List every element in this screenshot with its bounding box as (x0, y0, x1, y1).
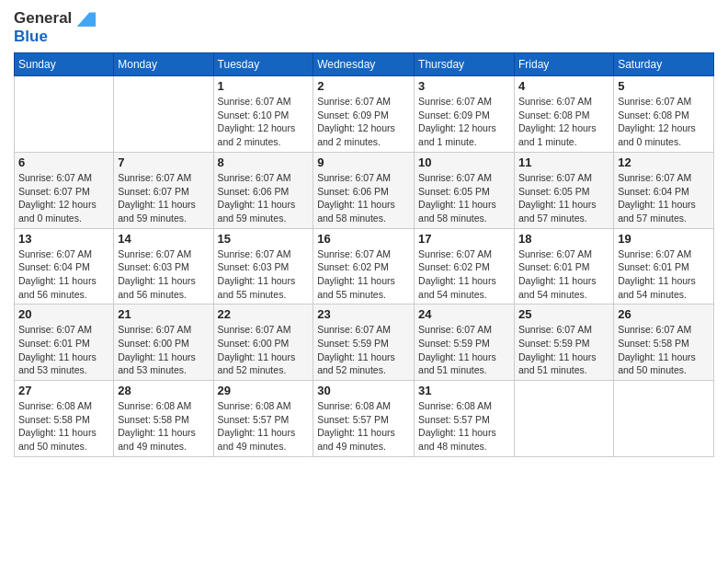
calendar-cell: 10Sunrise: 6:07 AM Sunset: 6:05 PM Dayli… (415, 152, 515, 228)
day-number: 29 (218, 384, 310, 397)
calendar-cell: 25Sunrise: 6:07 AM Sunset: 5:59 PM Dayli… (514, 304, 613, 381)
day-number: 9 (317, 155, 410, 169)
day-number: 10 (418, 155, 510, 169)
weekday-header-saturday: Saturday (614, 53, 714, 76)
day-number: 20 (18, 307, 109, 321)
calendar-cell: 29Sunrise: 6:08 AM Sunset: 5:57 PM Dayli… (213, 381, 313, 457)
day-number: 6 (18, 155, 109, 169)
calendar-week-3: 13Sunrise: 6:07 AM Sunset: 6:04 PM Dayli… (15, 228, 714, 304)
calendar-cell: 6Sunrise: 6:07 AM Sunset: 6:07 PM Daylig… (15, 152, 114, 228)
logo-icon (77, 12, 96, 27)
calendar-cell: 27Sunrise: 6:08 AM Sunset: 5:58 PM Dayli… (15, 381, 114, 457)
logo: General Blue (14, 9, 96, 45)
calendar-cell: 4Sunrise: 6:07 AM Sunset: 6:08 PM Daylig… (514, 76, 613, 153)
day-info: Sunrise: 6:07 AM Sunset: 6:06 PM Dayligh… (218, 171, 310, 225)
day-info: Sunrise: 6:07 AM Sunset: 6:05 PM Dayligh… (518, 171, 609, 225)
calendar-cell: 21Sunrise: 6:07 AM Sunset: 6:00 PM Dayli… (114, 304, 213, 381)
calendar-cell (15, 76, 114, 153)
calendar-cell: 14Sunrise: 6:07 AM Sunset: 6:03 PM Dayli… (114, 228, 213, 304)
day-number: 17 (418, 232, 510, 246)
day-number: 16 (317, 232, 410, 246)
day-info: Sunrise: 6:07 AM Sunset: 5:58 PM Dayligh… (618, 323, 710, 377)
day-info: Sunrise: 6:07 AM Sunset: 6:01 PM Dayligh… (618, 247, 710, 302)
day-number: 21 (118, 307, 209, 321)
calendar-cell: 11Sunrise: 6:07 AM Sunset: 6:05 PM Dayli… (514, 152, 613, 228)
weekday-header-friday: Friday (514, 53, 613, 76)
calendar-cell: 30Sunrise: 6:08 AM Sunset: 5:57 PM Dayli… (313, 381, 415, 457)
calendar-cell: 3Sunrise: 6:07 AM Sunset: 6:09 PM Daylig… (415, 76, 515, 153)
day-info: Sunrise: 6:07 AM Sunset: 6:04 PM Dayligh… (618, 171, 710, 225)
calendar-cell: 2Sunrise: 6:07 AM Sunset: 6:09 PM Daylig… (313, 76, 415, 153)
day-info: Sunrise: 6:07 AM Sunset: 6:02 PM Dayligh… (418, 247, 510, 302)
day-number: 26 (618, 307, 710, 321)
page: General Blue SundayMondayTuesdayWednesda… (0, 0, 728, 563)
calendar-cell: 31Sunrise: 6:08 AM Sunset: 5:57 PM Dayli… (415, 381, 515, 457)
calendar-week-4: 20Sunrise: 6:07 AM Sunset: 6:01 PM Dayli… (15, 304, 714, 381)
day-info: Sunrise: 6:07 AM Sunset: 6:03 PM Dayligh… (218, 247, 310, 302)
calendar-header-row: SundayMondayTuesdayWednesdayThursdayFrid… (15, 53, 714, 76)
day-info: Sunrise: 6:07 AM Sunset: 6:07 PM Dayligh… (18, 171, 109, 225)
calendar-cell: 8Sunrise: 6:07 AM Sunset: 6:06 PM Daylig… (213, 152, 313, 228)
day-number: 11 (518, 155, 609, 169)
day-number: 13 (18, 232, 109, 246)
day-number: 18 (518, 232, 609, 246)
day-number: 14 (118, 232, 209, 246)
day-info: Sunrise: 6:07 AM Sunset: 6:02 PM Dayligh… (317, 247, 410, 302)
day-number: 19 (618, 232, 710, 246)
weekday-header-monday: Monday (114, 53, 213, 76)
weekday-header-wednesday: Wednesday (313, 53, 415, 76)
calendar-cell: 1Sunrise: 6:07 AM Sunset: 6:10 PM Daylig… (213, 76, 313, 153)
header: General Blue (14, 9, 714, 45)
calendar-cell (114, 76, 213, 153)
calendar-cell: 13Sunrise: 6:07 AM Sunset: 6:04 PM Dayli… (15, 228, 114, 304)
day-info: Sunrise: 6:07 AM Sunset: 5:59 PM Dayligh… (518, 323, 609, 377)
logo-text: General (14, 9, 96, 28)
day-number: 4 (518, 79, 609, 93)
day-info: Sunrise: 6:07 AM Sunset: 6:00 PM Dayligh… (218, 323, 310, 377)
calendar-cell: 28Sunrise: 6:08 AM Sunset: 5:58 PM Dayli… (114, 381, 213, 457)
weekday-header-tuesday: Tuesday (213, 53, 313, 76)
day-info: Sunrise: 6:08 AM Sunset: 5:58 PM Dayligh… (118, 399, 209, 454)
calendar-cell: 7Sunrise: 6:07 AM Sunset: 6:07 PM Daylig… (114, 152, 213, 228)
day-number: 1 (218, 79, 310, 93)
logo-general: General (14, 9, 72, 27)
day-info: Sunrise: 6:08 AM Sunset: 5:57 PM Dayligh… (218, 399, 310, 454)
svg-marker-1 (77, 12, 96, 26)
calendar-cell: 9Sunrise: 6:07 AM Sunset: 6:06 PM Daylig… (313, 152, 415, 228)
day-number: 2 (317, 79, 410, 93)
day-info: Sunrise: 6:07 AM Sunset: 5:59 PM Dayligh… (418, 323, 510, 377)
day-info: Sunrise: 6:07 AM Sunset: 6:05 PM Dayligh… (418, 171, 510, 225)
weekday-header-thursday: Thursday (415, 53, 515, 76)
day-info: Sunrise: 6:07 AM Sunset: 6:08 PM Dayligh… (518, 95, 609, 149)
day-number: 22 (218, 307, 310, 321)
calendar-cell: 5Sunrise: 6:07 AM Sunset: 6:08 PM Daylig… (614, 76, 714, 153)
calendar-cell: 12Sunrise: 6:07 AM Sunset: 6:04 PM Dayli… (614, 152, 714, 228)
calendar-cell: 26Sunrise: 6:07 AM Sunset: 5:58 PM Dayli… (614, 304, 714, 381)
day-info: Sunrise: 6:07 AM Sunset: 6:09 PM Dayligh… (317, 95, 410, 149)
day-info: Sunrise: 6:08 AM Sunset: 5:57 PM Dayligh… (418, 399, 510, 454)
day-number: 12 (618, 155, 710, 169)
day-info: Sunrise: 6:07 AM Sunset: 6:06 PM Dayligh… (317, 171, 410, 225)
calendar-cell: 19Sunrise: 6:07 AM Sunset: 6:01 PM Dayli… (614, 228, 714, 304)
day-number: 30 (317, 384, 410, 397)
logo-blue: Blue (14, 28, 96, 46)
day-info: Sunrise: 6:07 AM Sunset: 6:01 PM Dayligh… (18, 323, 109, 377)
day-info: Sunrise: 6:07 AM Sunset: 6:03 PM Dayligh… (118, 247, 209, 302)
day-number: 27 (18, 384, 109, 397)
calendar-cell: 22Sunrise: 6:07 AM Sunset: 6:00 PM Dayli… (213, 304, 313, 381)
day-info: Sunrise: 6:07 AM Sunset: 5:59 PM Dayligh… (317, 323, 410, 377)
day-number: 28 (118, 384, 209, 397)
day-info: Sunrise: 6:07 AM Sunset: 6:01 PM Dayligh… (518, 247, 609, 302)
day-info: Sunrise: 6:07 AM Sunset: 6:04 PM Dayligh… (18, 247, 109, 302)
day-number: 31 (418, 384, 510, 397)
calendar-cell: 17Sunrise: 6:07 AM Sunset: 6:02 PM Dayli… (415, 228, 515, 304)
calendar-week-1: 1Sunrise: 6:07 AM Sunset: 6:10 PM Daylig… (15, 76, 714, 153)
day-number: 24 (418, 307, 510, 321)
day-number: 8 (218, 155, 310, 169)
weekday-header-sunday: Sunday (15, 53, 114, 76)
day-info: Sunrise: 6:08 AM Sunset: 5:57 PM Dayligh… (317, 399, 410, 454)
calendar-week-2: 6Sunrise: 6:07 AM Sunset: 6:07 PM Daylig… (15, 152, 714, 228)
calendar-cell: 18Sunrise: 6:07 AM Sunset: 6:01 PM Dayli… (514, 228, 613, 304)
day-number: 25 (518, 307, 609, 321)
day-info: Sunrise: 6:07 AM Sunset: 6:00 PM Dayligh… (118, 323, 209, 377)
